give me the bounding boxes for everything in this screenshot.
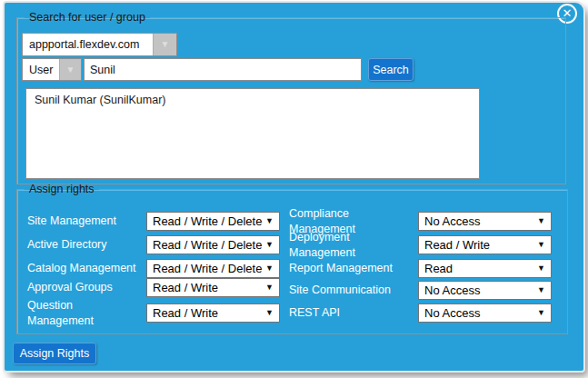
assign-rights-legend: Assign rights [25, 184, 99, 195]
rights-select-rest-api[interactable]: No Access ▼ [418, 303, 552, 323]
search-type-dropdown-button[interactable]: ▼ [59, 59, 81, 80]
rights-select-deployment-management[interactable]: Read / Write ▼ [418, 235, 552, 254]
assign-rights-dialog: ✕ Search for user / group appportal.flex… [5, 3, 583, 371]
rights-label-question-management: Question Management [27, 303, 138, 323]
chevron-down-icon: ▼ [265, 284, 279, 292]
select-value: Read / Write [419, 238, 537, 252]
chevron-down-icon: ▼ [265, 241, 279, 249]
chevron-down-icon: ▼ [265, 309, 279, 317]
search-result-item[interactable]: Sunil Kumar (SunilKumar) [26, 89, 479, 109]
search-type-combobox[interactable]: User ▼ [22, 58, 82, 81]
select-value: No Access [419, 214, 537, 228]
select-value: Read / Write [147, 306, 265, 320]
rights-select-site-communication[interactable]: No Access ▼ [418, 281, 552, 300]
domain-combobox-value: appportal.flexdev.com [23, 34, 153, 55]
search-type-value: User [23, 59, 59, 80]
chevron-down-icon: ▼ [66, 65, 75, 75]
chevron-down-icon: ▼ [537, 241, 551, 249]
rights-label-report-management: Report Management [289, 259, 416, 278]
select-value: Read / Write / Delete [147, 262, 265, 275]
rights-select-question-management[interactable]: Read / Write ▼ [146, 303, 280, 323]
select-value: No Access [419, 306, 537, 320]
search-group-legend: Search for user / group [25, 12, 150, 24]
rights-label-active-directory: Active Directory [27, 235, 138, 254]
select-value: Read / Write [147, 281, 265, 294]
select-value: Read / Write / Delete [147, 214, 265, 228]
rights-select-compliance-management[interactable]: No Access ▼ [418, 212, 552, 231]
rights-label-compliance-management: Compliance Management [289, 212, 416, 231]
rights-select-site-management[interactable]: Read / Write / Delete ▼ [146, 212, 280, 231]
chevron-down-icon: ▼ [537, 286, 551, 294]
rights-select-approval-groups[interactable]: Read / Write ▼ [146, 278, 280, 297]
chevron-down-icon: ▼ [265, 264, 279, 273]
rights-label-catalog-management: Catalog Management [27, 259, 138, 278]
domain-dropdown-button[interactable]: ▼ [153, 34, 176, 55]
chevron-down-icon: ▼ [537, 217, 551, 225]
search-input[interactable] [84, 58, 362, 81]
chevron-down-icon: ▼ [537, 264, 551, 273]
search-results-listbox[interactable]: Sunil Kumar (SunilKumar) [25, 88, 480, 179]
select-value: Read / Write / Delete [147, 238, 265, 252]
rights-select-catalog-management[interactable]: Read / Write / Delete ▼ [146, 259, 280, 278]
rights-select-active-directory[interactable]: Read / Write / Delete ▼ [146, 235, 280, 254]
select-value: No Access [419, 284, 537, 297]
select-value: Read [419, 262, 537, 275]
chevron-down-icon: ▼ [537, 309, 551, 317]
rights-label-rest-api: REST API [289, 303, 416, 323]
search-button[interactable]: Search [368, 58, 414, 81]
chevron-down-icon: ▼ [161, 40, 170, 49]
rights-label-approval-groups: Approval Groups [27, 278, 138, 297]
rights-label-deployment-management: Deployment Management [289, 235, 416, 254]
assign-rights-button[interactable]: Assign Rights [13, 343, 96, 364]
rights-label-site-management: Site Management [27, 212, 138, 231]
domain-combobox[interactable]: appportal.flexdev.com ▼ [22, 33, 177, 56]
rights-label-site-communication: Site Communication [289, 281, 416, 300]
chevron-down-icon: ▼ [265, 217, 279, 225]
rights-select-report-management[interactable]: Read ▼ [418, 259, 552, 278]
